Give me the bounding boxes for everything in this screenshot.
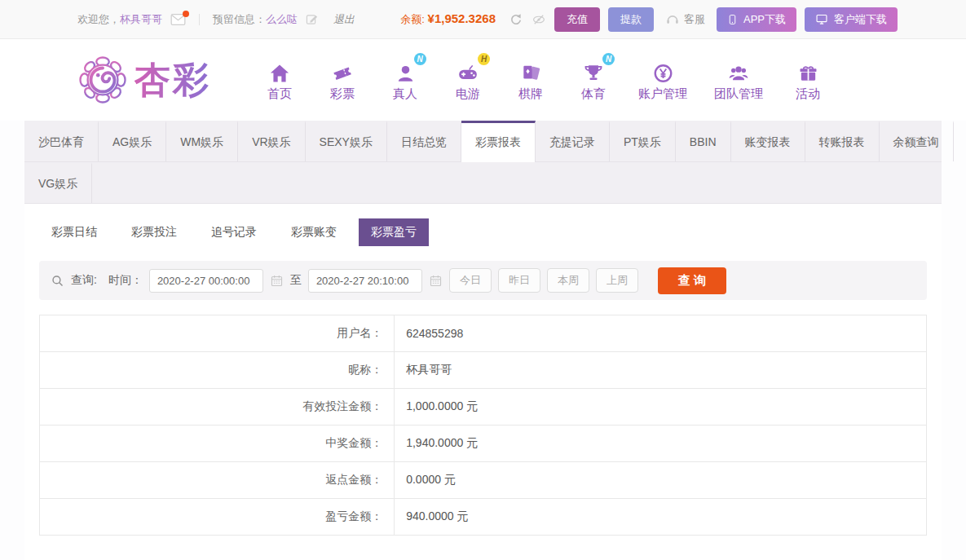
quick-yesterday-button[interactable]: 昨日: [498, 268, 540, 293]
subtab-lottery-bets[interactable]: 彩票投注: [119, 218, 189, 246]
to-label: 至: [290, 273, 302, 288]
divider: [199, 14, 200, 25]
hide-balance-icon[interactable]: [532, 12, 546, 27]
date-to-input[interactable]: [308, 269, 422, 293]
welcome-prefix: 欢迎您，: [77, 13, 120, 25]
query-label: 查询:: [71, 273, 97, 288]
edit-icon[interactable]: [306, 13, 319, 26]
main-nav: 首页 彩票 N 真人: [262, 58, 826, 102]
topbar-left: 欢迎您，杯具哥哥 预留信息：么么哒 退出: [77, 12, 355, 27]
home-icon: [268, 58, 291, 84]
tab-ag[interactable]: AG娱乐: [99, 121, 166, 161]
brand-name: 杏彩: [135, 56, 211, 104]
tab-sexy[interactable]: SEXY娱乐: [306, 121, 387, 161]
nav-item-account[interactable]: 账户管理: [638, 58, 687, 102]
table-row-winning-amount: 中奖金额： 1,940.0000 元: [40, 426, 927, 462]
subtab-chase-records[interactable]: 追号记录: [199, 218, 269, 246]
nav-item-boardgames[interactable]: 棋牌: [513, 58, 549, 102]
new-badge: N: [414, 53, 426, 65]
row-label: 盈亏金额：: [40, 499, 395, 536]
table-row-valid-bet-amount: 有效投注金额： 1,000.0000 元: [40, 389, 927, 426]
search-button[interactable]: 查 询: [658, 267, 726, 294]
tab-bbin[interactable]: BBIN: [676, 121, 731, 161]
report-tabs-row-2: VG娱乐: [24, 162, 942, 204]
unread-dot: [183, 11, 189, 17]
tab-account-change[interactable]: 账变报表: [731, 121, 805, 161]
row-value: 1,000.0000 元: [395, 389, 927, 426]
row-label: 昵称：: [40, 352, 395, 389]
time-label: 时间：: [108, 273, 143, 288]
site-logo[interactable]: 杏彩: [77, 55, 211, 105]
row-label: 中奖金额：: [40, 426, 395, 462]
quick-this-week-button[interactable]: 本周: [547, 268, 589, 293]
nav-item-egames[interactable]: H 电游: [450, 58, 486, 102]
content: 沙巴体育 AG娱乐 WM娱乐 VR娱乐 SEXY娱乐 日结总览 彩票报表 充提记…: [24, 121, 942, 560]
message-value[interactable]: 么么哒: [266, 13, 298, 25]
headset-icon: [665, 13, 680, 26]
username-link[interactable]: 杯具哥哥: [120, 13, 162, 25]
table-row-rebate-amount: 返点金额： 0.0000 元: [40, 462, 927, 499]
client-download-button[interactable]: 客户端下载: [805, 7, 898, 32]
logo-emblem-icon: [77, 55, 128, 105]
quick-last-week-button[interactable]: 上周: [596, 268, 638, 293]
recharge-button[interactable]: 充值: [554, 7, 600, 32]
subtab-lottery-daily[interactable]: 彩票日结: [39, 218, 109, 246]
table-row-username: 用户名： 624855298: [40, 315, 927, 352]
group-icon: [726, 58, 751, 84]
tab-deposit-withdraw[interactable]: 充提记录: [536, 121, 610, 161]
row-label: 有效投注金额：: [40, 389, 395, 426]
tab-vg[interactable]: VG娱乐: [24, 162, 92, 203]
client-download-label: 客户端下载: [834, 12, 887, 27]
reserved-message: 预留信息：么么哒: [213, 12, 298, 27]
customer-service[interactable]: 客服: [665, 12, 705, 27]
logout-link[interactable]: 退出: [333, 12, 355, 27]
tab-transfer-report[interactable]: 转账报表: [805, 121, 880, 161]
app-download-label: APP下载: [743, 12, 786, 27]
withdraw-button[interactable]: 提款: [608, 7, 654, 32]
nav-item-sports[interactable]: N 体育: [576, 58, 611, 102]
message-label: 预留信息：: [213, 13, 266, 25]
refresh-balance-icon[interactable]: [509, 12, 523, 27]
calendar-icon[interactable]: [270, 274, 284, 288]
row-value: 杯具哥哥: [395, 352, 927, 389]
row-value: 624855298: [395, 315, 927, 352]
calendar-icon[interactable]: [429, 274, 443, 288]
monitor-icon: [815, 13, 828, 25]
nav-item-live[interactable]: N 真人: [387, 58, 423, 102]
mail-icon[interactable]: [170, 13, 186, 26]
nav-item-promotions[interactable]: 活动: [790, 58, 826, 102]
tab-shaba-sports[interactable]: 沙巴体育: [24, 121, 99, 161]
row-label: 返点金额：: [40, 462, 395, 499]
nav-item-lottery[interactable]: 彩票: [324, 58, 360, 102]
quick-today-button[interactable]: 今日: [449, 268, 492, 293]
tab-daily-summary[interactable]: 日结总览: [387, 121, 461, 161]
gift-icon: [797, 58, 819, 84]
subtabs: 彩票日结 彩票投注 追号记录 彩票账变 彩票盈亏: [39, 218, 927, 246]
table-row-nickname: 昵称： 杯具哥哥: [40, 352, 927, 389]
tab-pt[interactable]: PT娱乐: [610, 121, 676, 161]
report-tabs-row-1: 沙巴体育 AG娱乐 WM娱乐 VR娱乐 SEXY娱乐 日结总览 彩票报表 充提记…: [24, 121, 942, 162]
service-label: 客服: [684, 12, 705, 27]
balance-value: ¥1,952.3268: [428, 11, 496, 25]
nav-item-team[interactable]: 团队管理: [714, 58, 763, 102]
profit-table: 用户名： 624855298 昵称： 杯具哥哥 有效投注金额： 1,000.00…: [39, 315, 927, 536]
new-badge: N: [602, 53, 615, 65]
hot-badge: H: [478, 53, 490, 65]
tab-vr[interactable]: VR娱乐: [238, 121, 305, 161]
ticket-icon: [331, 58, 354, 84]
balance: 余额: ¥1,952.3268: [400, 11, 496, 27]
subtab-lottery-profit[interactable]: 彩票盈亏: [359, 218, 429, 246]
balance-label: 余额:: [400, 13, 425, 25]
nav-item-home[interactable]: 首页: [262, 58, 298, 102]
trophy-icon: N: [582, 58, 605, 84]
search-icon: [51, 274, 64, 288]
yen-coin-icon: [652, 58, 674, 84]
tab-wm[interactable]: WM娱乐: [166, 121, 238, 161]
date-from-input[interactable]: [149, 269, 263, 293]
tab-lottery-report[interactable]: 彩票报表: [461, 121, 536, 162]
cards-icon: [520, 58, 541, 84]
app-download-button[interactable]: APP下载: [717, 7, 796, 32]
subtab-lottery-changes[interactable]: 彩票账变: [279, 218, 349, 246]
query-bar: 查询: 时间： 至 今日 昨日 本周 上周 查 询: [39, 261, 927, 300]
tab-balance-query[interactable]: 余额查询: [880, 121, 954, 161]
